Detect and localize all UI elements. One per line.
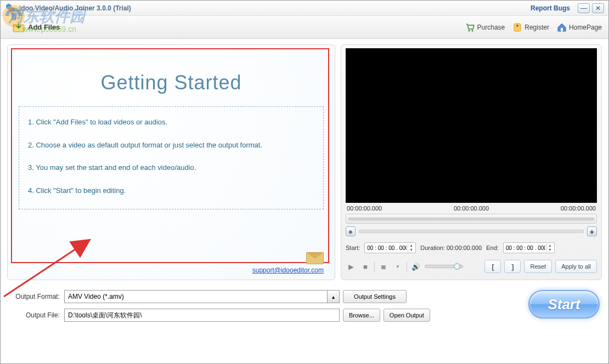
support-email-link[interactable]: support@idooeditor.com [252, 266, 324, 274]
output-format-label: Output Format: [9, 293, 64, 300]
duration-value: 00:00:00.000 [447, 244, 482, 251]
time-end-marker: 00:00:00.000 [561, 205, 596, 212]
stop-button[interactable]: ■ [360, 261, 371, 272]
video-preview[interactable] [346, 48, 597, 203]
getting-started-heading: Getting Started [19, 71, 324, 94]
apply-to-all-button[interactable]: Apply to all [555, 260, 597, 273]
svg-point-4 [9, 7, 15, 13]
end-down[interactable]: ▼ [546, 248, 553, 252]
svg-rect-10 [561, 28, 563, 31]
envelope-icon [306, 252, 324, 264]
register-link[interactable]: Register [512, 22, 549, 32]
play-button[interactable]: ▶ [346, 261, 357, 272]
register-icon [512, 22, 522, 32]
titlebar: idoo Video/Audio Joiner 3.0.0 (Trial) Re… [1, 1, 608, 16]
start-down[interactable]: ▼ [408, 248, 414, 252]
svg-point-9 [516, 25, 518, 27]
add-files-label: Add Files [28, 23, 60, 31]
mark-in-button[interactable]: [ [484, 260, 501, 273]
trim-bar[interactable] [359, 230, 584, 233]
output-settings-button[interactable]: Output Settings [343, 290, 407, 303]
open-output-button[interactable]: Open Output [384, 309, 430, 322]
time-current-marker: 00:00:00.000 [454, 205, 489, 212]
start-label: Start: [346, 244, 360, 251]
report-bugs-link[interactable]: Report Bugs [531, 4, 570, 12]
output-file-input[interactable] [64, 309, 340, 322]
end-label: End: [486, 244, 499, 251]
end-time-input[interactable]: ▲▼ [503, 242, 555, 253]
volume-slider[interactable] [425, 265, 463, 268]
trim-end-handle[interactable]: ◆ [587, 226, 597, 236]
minimize-button[interactable]: — [578, 3, 590, 13]
mark-out-button[interactable]: ] [504, 260, 521, 273]
snapshot-menu[interactable]: ▼ [392, 261, 403, 272]
time-start-marker: 00:00:00.000 [347, 205, 382, 212]
output-file-label: Output File: [9, 311, 64, 319]
add-files-icon [13, 22, 25, 32]
snapshot-button[interactable]: ◙ [378, 261, 389, 272]
end-up[interactable]: ▲ [546, 243, 553, 248]
duration-label: Duration: [420, 244, 445, 251]
start-up[interactable]: ▲ [408, 243, 414, 248]
add-files-button[interactable]: Add Files [7, 19, 66, 36]
steps-box: 1. Click "Add Files" to load videos or a… [19, 106, 324, 209]
svg-point-7 [471, 30, 473, 31]
preview-panel: 00:00:00.000 00:00:00.000 00:00:00.000 ◆… [341, 44, 602, 280]
step-2: 2. Choose a video as default output form… [28, 140, 314, 151]
home-icon [557, 22, 567, 32]
output-format-input[interactable] [64, 290, 328, 303]
volume-icon[interactable]: 🔊 [410, 261, 421, 272]
trim-start-handle[interactable]: ◆ [346, 226, 356, 236]
getting-started-panel: Getting Started 1. Click "Add Files" to … [7, 44, 335, 280]
close-button[interactable]: ✕ [592, 3, 604, 13]
app-icon [5, 3, 16, 14]
seek-bar[interactable] [346, 214, 597, 224]
start-button[interactable]: Start [528, 290, 600, 318]
step-3: 3. You may set the start and end of each… [28, 162, 314, 173]
toolbar: Add Files Purchase Register HomePage [1, 16, 608, 39]
browse-button[interactable]: Browse... [343, 309, 380, 322]
start-time-input[interactable]: ▲▼ [364, 242, 416, 253]
step-1: 1. Click "Add Files" to load videos or a… [28, 117, 314, 128]
reset-button[interactable]: Reset [524, 260, 552, 273]
svg-point-6 [468, 30, 470, 31]
homepage-link[interactable]: HomePage [557, 22, 602, 32]
window-title: idoo Video/Audio Joiner 3.0.0 (Trial) [19, 4, 531, 12]
cart-icon [465, 22, 475, 32]
purchase-link[interactable]: Purchase [465, 22, 505, 32]
step-4: 4. Click "Start" to begin editing. [28, 185, 314, 196]
output-format-dropdown[interactable]: ▴ [328, 290, 340, 303]
